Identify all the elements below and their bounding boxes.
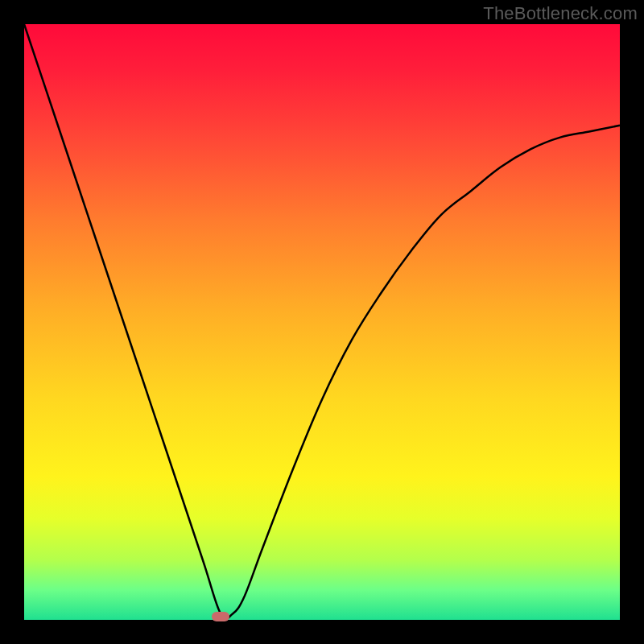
- curve-svg: [24, 24, 620, 620]
- chart-frame: TheBottleneck.com: [0, 0, 644, 644]
- watermark-text: TheBottleneck.com: [483, 3, 638, 24]
- optimal-marker: [212, 612, 229, 621]
- bottleneck-curve: [24, 24, 620, 619]
